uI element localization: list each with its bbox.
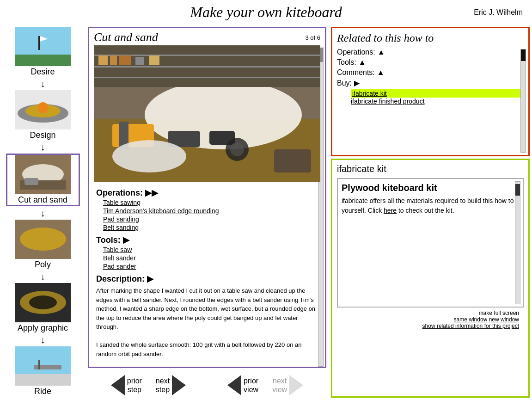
center-content: Cut and sand 3 of 6 (88, 27, 326, 368)
sidebar-image-graphic (15, 283, 71, 322)
prior-step-arrow-icon (111, 375, 125, 395)
center-title: Cut and sand (94, 31, 158, 44)
make-full-screen-label: make full screen (479, 310, 519, 316)
svg-rect-19 (34, 365, 61, 369)
sidebar-label-ride: Ride (34, 387, 51, 396)
center-main-image (94, 45, 320, 182)
operation-table-sawing[interactable]: Table sawing (103, 199, 318, 206)
sidebar-label-design: Design (30, 130, 55, 140)
svg-point-29 (230, 142, 244, 156)
operation-belt-sanding[interactable]: Belt sanding (103, 224, 318, 231)
center-header: Cut and sand 3 of 6 (89, 28, 325, 45)
svg-rect-33 (94, 77, 320, 78)
related-tools-row: Tools: ▲ (337, 58, 524, 67)
svg-rect-32 (94, 66, 320, 68)
arrow-graphic-ride: ↓ (41, 335, 45, 345)
svg-point-39 (112, 140, 186, 172)
related-operations-arrow[interactable]: ▲ (378, 48, 385, 56)
svg-rect-1 (15, 55, 71, 66)
sidebar-item-cut[interactable]: Cut and sand (6, 154, 80, 206)
operation-pad-sanding[interactable]: Pad sanding (103, 215, 318, 223)
description-section-title: Description: ▶ (96, 274, 318, 284)
sidebar-label-poly: Poly (35, 260, 51, 270)
ifabricate-scrollbar-thumb (515, 184, 520, 196)
next-step-arrow-icon (172, 375, 186, 395)
main-layout: Desire ↓ Design ↓ (0, 25, 532, 400)
tool-pad-sander[interactable]: Pad sander (103, 263, 318, 270)
sidebar-item-desire[interactable]: Desire (6, 27, 80, 77)
related-panel: Related to this how to Operations: ▲ Too… (331, 27, 530, 156)
related-buy-label: Buy: (337, 79, 352, 87)
arrow-design-cut: ↓ (41, 142, 45, 153)
new-window-link[interactable]: new window (489, 316, 519, 323)
related-link-kit[interactable]: ifabricate kit (351, 89, 524, 98)
related-comments-label: Comments: (337, 68, 375, 77)
ifabricate-inner: Plywood kiteboard kit ifabricate offers … (337, 178, 524, 308)
related-comments-arrow[interactable]: ▲ (377, 68, 385, 77)
related-link-finished[interactable]: ifabricate finished product (351, 98, 524, 105)
center-counter: 3 of 6 (305, 34, 320, 41)
operations-section-title: Operations: ▶▶ (96, 188, 318, 198)
related-scrollbar[interactable] (520, 49, 526, 153)
next-step-btn[interactable]: next step (156, 375, 186, 395)
sidebar-item-poly[interactable]: Poly (6, 220, 80, 270)
workshop-photo (94, 45, 320, 182)
description-text: After marking the shape I wanted I cut i… (96, 286, 318, 358)
related-comments-row: Comments: ▲ (337, 68, 524, 77)
next-view-btn[interactable]: next view (272, 375, 303, 395)
arrow-poly-graphic: ↓ (41, 271, 45, 282)
related-buy-row: Buy: ▶ (337, 79, 524, 87)
arrow-desire-design: ↓ (41, 79, 45, 89)
svg-point-16 (29, 295, 57, 309)
ifabricate-panel: ifabricate kit Plywood kiteboard kit ifa… (331, 159, 530, 398)
svg-rect-20 (38, 360, 40, 369)
ifabricate-panel-title: ifabricate kit (337, 164, 524, 174)
sidebar-item-graphic[interactable]: Apply graphic (6, 283, 80, 333)
page-wrapper: Make your own kiteboard Eric J. Wilhelm … (0, 0, 532, 400)
svg-rect-36 (119, 55, 131, 65)
svg-rect-34 (98, 55, 108, 65)
next-view-arrow-icon (289, 375, 303, 395)
operation-edge-rounding[interactable]: Tim Anderson's kiteboard edge rounding (103, 207, 318, 215)
sidebar-item-ride[interactable]: Ride (6, 346, 80, 396)
related-buy-arrow[interactable]: ▶ (354, 79, 360, 87)
tool-belt-sander[interactable]: Belt sander (103, 254, 318, 262)
prior-step-label: prior step (127, 376, 142, 394)
arrow-cut-poly: ↓ (41, 208, 45, 219)
sidebar-image-design (15, 90, 71, 129)
svg-rect-17 (15, 346, 71, 374)
svg-point-13 (20, 228, 66, 251)
related-tools-arrow[interactable]: ▲ (359, 58, 366, 67)
sidebar-label-graphic: Apply graphic (18, 323, 68, 333)
ifabricate-description: ifabricate offers all the materials requ… (342, 196, 519, 215)
ifabricate-scrollbar[interactable] (515, 181, 520, 304)
related-operations-label: Operations: (337, 48, 375, 56)
prior-view-arrow-icon (227, 375, 241, 395)
next-view-label: next view (272, 376, 287, 394)
svg-rect-0 (15, 27, 71, 55)
page-title: Make your own kiteboard (9, 4, 523, 21)
svg-rect-38 (149, 55, 159, 65)
sidebar-image-ride (15, 346, 71, 386)
ifabricate-here-link[interactable]: here (384, 207, 397, 214)
tool-table-saw[interactable]: Table saw (103, 246, 318, 253)
right-panel: Related to this how to Operations: ▲ Too… (329, 25, 532, 400)
same-window-link[interactable]: same window (454, 316, 488, 323)
center-panel: Cut and sand 3 of 6 (86, 25, 329, 400)
prior-view-btn[interactable]: prior view (227, 375, 258, 395)
related-tools-label: Tools: (337, 58, 356, 67)
window-links-row: same window new window (454, 316, 519, 323)
sidebar-image-desire (15, 27, 71, 66)
sidebar-item-design[interactable]: Design (6, 90, 80, 140)
show-related-link[interactable]: show related information for this projec… (422, 323, 519, 329)
prior-step-btn[interactable]: prior step (111, 375, 142, 395)
svg-rect-35 (110, 55, 117, 65)
sidebar-label-desire: Desire (31, 67, 55, 77)
bottom-links: make full screen same window new window … (337, 308, 524, 332)
header: Make your own kiteboard Eric J. Wilhelm (0, 0, 532, 25)
svg-rect-11 (24, 178, 38, 185)
next-step-label: next step (156, 376, 170, 394)
svg-rect-2 (38, 36, 40, 50)
related-scrollbar-thumb (521, 49, 526, 61)
nav-buttons: prior step next step prior (86, 370, 329, 400)
